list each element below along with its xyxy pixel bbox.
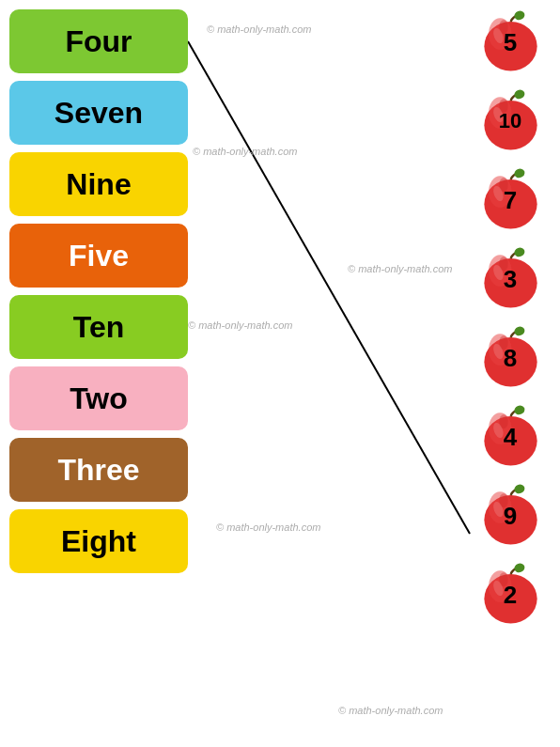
watermark-4: © math-only-math.com — [188, 319, 292, 331]
watermark-1: © math-only-math.com — [207, 23, 311, 35]
apple-item-5: 4 — [468, 399, 552, 475]
right-column: 5 10 7 — [468, 5, 552, 636]
svg-point-4 — [512, 9, 525, 22]
apple-number-6: 9 — [504, 502, 517, 531]
page-container: © math-only-math.com © math-only-math.co… — [0, 0, 560, 747]
word-label-seven: Seven — [9, 81, 188, 145]
apple-item-3: 3 — [468, 241, 552, 317]
apple-item-0: 5 — [468, 5, 552, 80]
apple-number-4: 8 — [504, 344, 517, 373]
watermark-2: © math-only-math.com — [193, 146, 297, 157]
svg-point-29 — [512, 404, 525, 416]
left-column: Four Seven Nine Five Ten Two Three Eight — [9, 9, 188, 581]
apple-number-0: 5 — [504, 28, 517, 57]
word-label-two: Two — [9, 366, 188, 430]
svg-point-39 — [512, 562, 525, 574]
word-label-four: Four — [9, 9, 188, 73]
apple-number-3: 3 — [504, 265, 517, 294]
svg-point-24 — [512, 325, 525, 337]
word-label-eight: Eight — [9, 509, 188, 573]
watermark-5: © math-only-math.com — [216, 521, 320, 533]
apple-number-2: 7 — [504, 186, 517, 215]
svg-line-0 — [188, 41, 470, 534]
apple-number-1: 10 — [499, 109, 521, 133]
apple-number-5: 4 — [504, 423, 517, 452]
word-label-three: Three — [9, 438, 188, 502]
word-label-ten: Ten — [9, 295, 188, 359]
svg-point-9 — [512, 88, 525, 101]
apple-number-7: 2 — [504, 581, 517, 610]
apple-item-6: 9 — [468, 478, 552, 553]
svg-point-14 — [512, 167, 525, 179]
svg-point-34 — [512, 483, 525, 495]
apple-item-7: 2 — [468, 557, 552, 632]
watermark-6: © math-only-math.com — [338, 705, 443, 716]
watermark-3: © math-only-math.com — [348, 263, 452, 274]
svg-point-19 — [512, 246, 525, 258]
apple-item-4: 8 — [468, 320, 552, 396]
apple-item-2: 7 — [468, 163, 552, 238]
apple-item-1: 10 — [468, 84, 552, 159]
word-label-nine: Nine — [9, 152, 188, 216]
word-label-five: Five — [9, 224, 188, 288]
